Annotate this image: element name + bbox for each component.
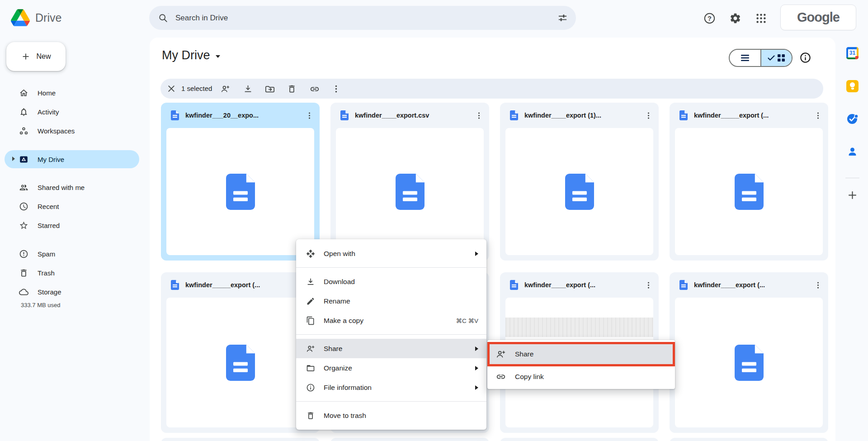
file-card[interactable] xyxy=(670,438,828,441)
file-card[interactable]: kwfinder___20__expo... xyxy=(161,103,320,261)
file-card[interactable]: kwfinder____export (... xyxy=(670,272,828,433)
sidebar-item-trash[interactable]: Trash xyxy=(5,264,139,282)
contacts-icon[interactable] xyxy=(846,146,859,158)
sidebar-item-home[interactable]: Home xyxy=(5,84,139,102)
rail-divider xyxy=(845,178,859,178)
sidebar-item-activity[interactable]: Activity xyxy=(5,103,139,121)
drive-logo[interactable]: Drive xyxy=(11,9,61,26)
menu-divider xyxy=(296,401,486,402)
sidebar-item-my-drive[interactable]: My Drive xyxy=(5,150,139,168)
home-icon xyxy=(19,88,28,98)
more-vert-icon[interactable] xyxy=(811,109,825,122)
file-card[interactable] xyxy=(161,438,320,441)
tasks-icon[interactable] xyxy=(846,113,859,125)
file-preview xyxy=(166,128,314,255)
context-menu: Open with Download Rename Make a copy ⌘C… xyxy=(296,239,486,430)
sidebar-item-spam[interactable]: Spam xyxy=(5,245,139,263)
menu-item-download[interactable]: Download xyxy=(296,272,486,291)
search-icon xyxy=(158,13,168,23)
search-input[interactable] xyxy=(175,14,550,23)
menu-item-open-with[interactable]: Open with xyxy=(296,244,486,263)
menu-item-rename[interactable]: Rename xyxy=(296,291,486,311)
file-title: kwfinder____export (... xyxy=(524,281,635,289)
search-filters-icon[interactable] xyxy=(557,13,568,23)
list-view-button[interactable] xyxy=(730,50,760,66)
file-title: kwfinder___20__expo... xyxy=(185,112,296,119)
submenu-arrow-icon xyxy=(475,366,478,370)
sidebar-item-starred[interactable]: Starred xyxy=(5,216,139,234)
menu-item-organize[interactable]: Organize xyxy=(296,358,486,378)
my-drive-icon xyxy=(19,155,28,164)
clear-selection-icon[interactable] xyxy=(167,84,176,93)
apps-grid-icon[interactable] xyxy=(755,12,767,24)
pencil-icon xyxy=(306,297,315,306)
page-title-dropdown[interactable]: My Drive xyxy=(162,48,220,62)
share-submenu: Share Copy link xyxy=(487,340,675,389)
keep-icon[interactable] xyxy=(846,80,859,92)
selection-toolbar: 1 selected xyxy=(160,79,823,99)
move-to-folder-icon[interactable] xyxy=(265,84,274,94)
file-card[interactable]: kwfinder____export (1)... xyxy=(500,103,659,261)
grid-view-button[interactable] xyxy=(760,50,792,66)
spam-icon xyxy=(19,249,28,259)
file-card[interactable] xyxy=(330,438,489,441)
menu-item-share[interactable]: Share xyxy=(296,339,486,358)
more-vert-icon[interactable] xyxy=(811,278,825,292)
file-card[interactable] xyxy=(500,438,659,441)
get-addons-icon[interactable] xyxy=(847,190,858,201)
people-icon xyxy=(19,183,28,192)
sidebar-item-shared-with-me[interactable]: Shared with me xyxy=(5,178,139,196)
star-icon xyxy=(19,221,28,230)
menu-item-move-to-trash[interactable]: Move to trash xyxy=(296,406,486,425)
submenu-item-share[interactable]: Share xyxy=(487,342,675,366)
submenu-item-copy-link[interactable]: Copy link xyxy=(487,366,675,387)
more-vert-icon[interactable] xyxy=(642,109,655,122)
google-account-widget[interactable]: Google xyxy=(780,5,856,30)
grid-view-icon xyxy=(778,54,785,62)
download-icon[interactable] xyxy=(243,84,253,94)
menu-item-make-a-copy[interactable]: Make a copy ⌘C ⌘V xyxy=(296,311,486,330)
expand-arrow-icon[interactable] xyxy=(12,156,15,161)
share-person-add-icon[interactable] xyxy=(221,84,230,94)
file-title: kwfinder____export.csv xyxy=(355,112,466,119)
plus-icon xyxy=(21,52,31,62)
new-button[interactable]: New xyxy=(6,42,66,71)
doc-file-icon-large xyxy=(226,174,255,210)
menu-item-file-information[interactable]: File information xyxy=(296,378,486,397)
sidebar-item-storage[interactable]: Storage xyxy=(5,283,139,301)
file-card[interactable]: kwfinder_____export (... xyxy=(670,103,828,261)
person-add-icon xyxy=(496,349,506,359)
file-preview xyxy=(675,128,823,255)
settings-gear-icon[interactable] xyxy=(729,12,741,24)
trash-icon[interactable] xyxy=(287,84,297,94)
file-grid-row: kwfinder___20__expo... kwfinder____expor… xyxy=(161,103,828,261)
sidebar-item-workspaces[interactable]: Workspaces xyxy=(5,122,139,140)
trash-icon xyxy=(19,268,28,278)
view-toggle xyxy=(729,49,793,67)
more-vert-icon[interactable] xyxy=(472,109,486,122)
copy-icon xyxy=(306,316,315,325)
details-info-icon[interactable] xyxy=(799,52,811,64)
help-icon[interactable]: ? xyxy=(703,12,716,24)
new-button-label: New xyxy=(36,52,51,61)
get-link-icon[interactable] xyxy=(310,84,319,94)
more-actions-icon[interactable] xyxy=(331,84,341,94)
submenu-arrow-icon xyxy=(475,251,478,256)
search-bar[interactable] xyxy=(149,6,576,30)
shortcut-label: ⌘C ⌘V xyxy=(456,317,478,324)
folder-icon xyxy=(306,364,315,373)
list-view-icon xyxy=(741,54,749,62)
more-vert-icon[interactable] xyxy=(302,109,316,122)
file-preview xyxy=(166,298,314,427)
file-title: kwfinder_____export (... xyxy=(694,112,805,119)
doc-file-icon xyxy=(171,110,179,120)
top-bar: Drive ? Google xyxy=(0,0,868,38)
open-with-icon xyxy=(306,249,315,258)
trash-icon xyxy=(306,411,315,420)
bell-icon xyxy=(19,107,28,117)
cloud-icon xyxy=(19,287,28,297)
more-vert-icon[interactable] xyxy=(642,278,655,292)
file-card[interactable]: kwfinder____export.csv xyxy=(330,103,489,261)
sidebar-item-recent[interactable]: Recent xyxy=(5,197,139,215)
calendar-icon[interactable]: 31 xyxy=(846,47,859,59)
